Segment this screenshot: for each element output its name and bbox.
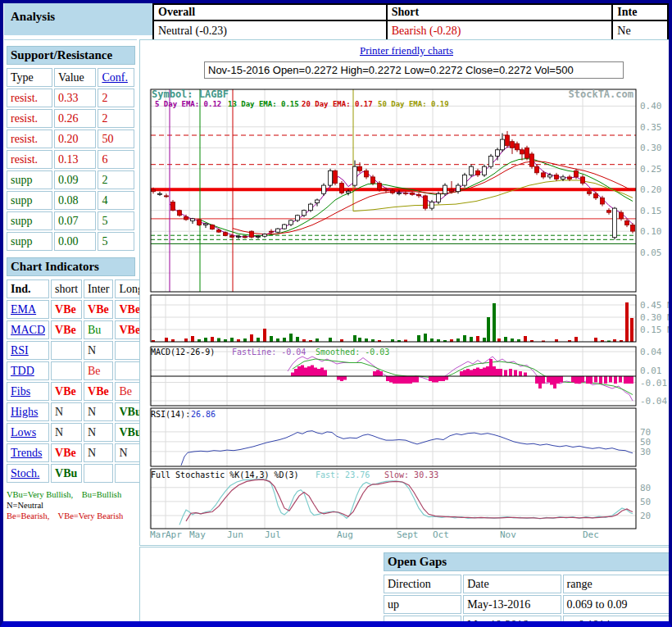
ci-row: LowsNNVBu (7, 423, 148, 442)
conf-link[interactable]: Conf. (102, 71, 128, 84)
page: Analysis OverallShortInteNeutral (-0.23)… (0, 0, 672, 627)
svg-text:80: 80 (640, 483, 651, 493)
sr-row: resist.0.262 (7, 109, 134, 128)
sr-row: resist.0.2050 (7, 129, 134, 148)
indicator-link-ema[interactable]: EMA (11, 303, 36, 316)
svg-text:0.01: 0.01 (640, 366, 662, 376)
indicator-name: Stoch. (7, 464, 49, 483)
sr-value: 0.33 (54, 89, 96, 107)
indicator-rating (51, 341, 82, 360)
svg-text:-0.01: -0.01 (640, 378, 667, 388)
separator-line (4, 39, 137, 40)
svg-text:Aug: Aug (337, 529, 353, 540)
svg-text:Smoothed: -0.03: Smoothed: -0.03 (316, 348, 389, 357)
svg-text:0.35: 0.35 (640, 122, 662, 133)
svg-text:MACD(12-26-9): MACD(12-26-9) (151, 348, 215, 357)
svg-text:50 Day EMA: 0.19: 50 Day EMA: 0.19 (378, 100, 449, 108)
ci-row: RSIN (7, 341, 148, 360)
svg-text:Oct: Oct (433, 529, 449, 540)
svg-text:Jul: Jul (265, 529, 281, 540)
indicator-rating: N (51, 402, 82, 421)
quote-info-input[interactable] (204, 61, 624, 79)
indicator-link-stoch[interactable]: Stoch. (11, 467, 39, 479)
sr-row: resist.0.332 (7, 89, 134, 107)
open-gaps-table: DirectionDaterangeupMay-13-20160.069 to … (382, 573, 672, 627)
indicator-name: Trends (7, 443, 49, 462)
indicator-link-lows[interactable]: Lows (11, 426, 36, 438)
indicator-rating: VBe (51, 382, 82, 401)
svg-text:Fast: 23.76: Fast: 23.76 (316, 470, 370, 479)
svg-text:May: May (189, 529, 206, 540)
svg-text:Sept: Sept (397, 529, 419, 540)
indicator-name: RSI (7, 341, 49, 360)
indicator-link-fibs[interactable]: Fibs (11, 385, 30, 398)
ci-row: Stoch.VBu (7, 464, 148, 483)
indicator-rating: VBe (51, 300, 82, 319)
printer-friendly-link[interactable]: Printer friendly charts (360, 44, 453, 57)
svg-text:RSI(14):: RSI(14): (151, 410, 190, 419)
indicator-link-highs[interactable]: Highs (11, 406, 38, 418)
og-header-row: DirectionDaterange (384, 575, 672, 593)
sr-conf: 6 (98, 150, 134, 169)
svg-text:0.30 M: 0.30 M (640, 312, 672, 323)
og-col-header: range (563, 575, 672, 593)
svg-text:-0.04: -0.04 (640, 396, 667, 407)
svg-text:Nov: Nov (500, 529, 516, 540)
indicator-rating: N (84, 341, 113, 360)
sr-value: 0.00 (54, 232, 96, 251)
svg-text:Symbol: LAGBF: Symbol: LAGBF (152, 89, 229, 100)
indicator-link-trends[interactable]: Trends (11, 447, 42, 459)
rating-legend: VBu=Very Bullish, Bu=BullishN=NeutralBe=… (7, 489, 136, 521)
svg-text:0.04: 0.04 (640, 347, 662, 357)
indicator-link-tdd[interactable]: TDD (11, 365, 34, 377)
rating-label-1: Short (387, 4, 613, 20)
indicator-link-macd[interactable]: MACD (11, 324, 45, 336)
ci-row: MACDVBeBuVBe (7, 320, 148, 339)
sr-header-row: TypeValueConf. (7, 68, 134, 87)
rating-label-2: Inte (612, 4, 668, 20)
ci-row: TrendsVBeNN (7, 443, 148, 462)
printer-friendly-wrap: Printer friendly charts (140, 44, 672, 57)
sr-type: resist. (7, 109, 52, 128)
sr-row: supp0.075 (7, 211, 134, 230)
ci-row: HighsNNVBu (7, 402, 148, 421)
svg-text:FastLine: -0.04: FastLine: -0.04 (232, 348, 306, 357)
ci-col-header: Inter (84, 279, 113, 298)
svg-text:26.86: 26.86 (191, 410, 216, 419)
sr-row: supp0.084 (7, 191, 134, 210)
ci-row: FibsVBeVBeBe (7, 382, 148, 401)
ci-col-header: Ind. (7, 279, 49, 298)
svg-text:0.20: 0.20 (640, 184, 662, 195)
rating-value-1: Bearish (-0.28) (387, 20, 613, 41)
sidebar: Support/Resistance TypeValueConf.resist.… (6, 44, 136, 521)
ratings-table: OverallShortInteNeutral (-0.23)Bearish (… (152, 3, 669, 42)
rating-value-0: Neutral (-0.23) (153, 20, 387, 41)
svg-text:13 Day EMA: 0.15: 13 Day EMA: 0.15 (228, 100, 299, 108)
indicator-rating: Be (84, 361, 113, 380)
sr-conf: 2 (98, 170, 134, 189)
ci-row: TDDBe (7, 361, 148, 380)
sr-type: supp (7, 170, 52, 189)
ratings-header-row: OverallShortInte (153, 4, 668, 20)
sr-conf: 2 (98, 109, 134, 128)
indicator-rating: VBe (84, 300, 113, 319)
indicator-name: Fibs (7, 382, 49, 401)
sr-conf: 4 (98, 191, 134, 210)
stock-chart: 0.400.350.300.250.200.150.100.050.45 M0.… (148, 86, 672, 543)
indicator-name: TDD (7, 361, 49, 380)
og-row: upMay-13-20160.069 to 0.09 (384, 595, 672, 614)
svg-text:Slow: 30.33: Slow: 30.33 (384, 470, 438, 479)
svg-text:0.45 M: 0.45 M (640, 300, 672, 311)
sr-value: 0.13 (54, 150, 96, 169)
indicator-link-rsi[interactable]: RSI (11, 344, 29, 357)
sr-col-header[interactable]: Conf. (98, 68, 134, 87)
sr-type: resist. (7, 129, 52, 148)
indicator-rating: VBe (51, 320, 82, 339)
legend-line: Be=Bearish, VBe=Very Bearish (7, 511, 136, 521)
og-date: Mar-10-2016 (463, 616, 561, 627)
sr-conf: 2 (98, 89, 134, 107)
og-range: to 0.1814 (563, 616, 672, 627)
sr-value: 0.09 (54, 170, 96, 189)
legend-line: N=Neutral (7, 500, 136, 511)
rating-value-2: Ne (612, 20, 668, 41)
